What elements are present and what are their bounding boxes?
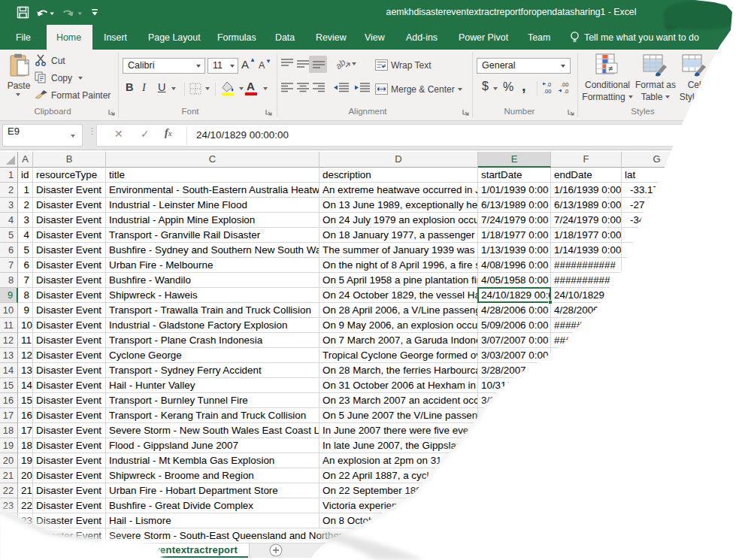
cell-A1[interactable]: id — [18, 168, 33, 183]
cell-D1[interactable]: description — [319, 168, 478, 183]
name-box-dropdown[interactable] — [71, 135, 75, 138]
cell-E4[interactable]: 7/24/1979 0:00 — [478, 213, 551, 228]
row-header-16[interactable]: 16 — [0, 393, 18, 408]
cell-G3[interactable]: -27 — [622, 198, 692, 213]
cell-F9[interactable]: 24/10/1829 00:00:00 — [551, 288, 622, 303]
shrink-font-button[interactable]: A▼ — [259, 60, 265, 71]
cell-B18[interactable]: Disaster Event — [33, 423, 106, 438]
cell-E24[interactable] — [478, 513, 551, 528]
conditional-formatting-icon[interactable]: ≠ — [595, 53, 619, 77]
column-header-A[interactable]: A — [18, 152, 33, 168]
cell-A12[interactable]: 11 — [18, 333, 33, 348]
cell-F3[interactable]: 6/13/1989 0:00 — [551, 198, 622, 213]
cell-E7[interactable]: 4/08/1996 0:00 — [478, 258, 551, 273]
cell-A3[interactable]: 2 — [18, 198, 33, 213]
cell-C4[interactable]: Industrial - Appin Mine Explosion — [106, 213, 319, 228]
currency-button[interactable]: $ — [482, 80, 489, 93]
enter-icon[interactable]: ✓ — [141, 128, 150, 140]
format-as-table-icon[interactable] — [643, 53, 668, 77]
cell-E18[interactable] — [478, 423, 551, 438]
row-header-23[interactable]: 23 — [0, 498, 18, 513]
cell-A13[interactable]: 12 — [18, 348, 33, 363]
cell-D20[interactable]: An explosion at 2pm on 31 July 1902 — [319, 453, 478, 468]
tell-me-box[interactable]: Tell me what you want to do — [584, 25, 699, 50]
percent-button[interactable]: % — [503, 80, 513, 94]
cell-D13[interactable]: Tropical Cyclone George formed over the — [319, 348, 478, 363]
row-header-20[interactable]: 20 — [0, 453, 18, 468]
undo-button[interactable] — [35, 6, 55, 20]
row-header-4[interactable]: 4 — [0, 213, 18, 228]
orientation-button[interactable]: ab — [336, 57, 351, 71]
cell-styles-button[interactable]: Cell — [673, 80, 718, 90]
cell-B6[interactable]: Disaster Event — [33, 243, 106, 258]
cell-F7[interactable]: ########### — [551, 258, 622, 273]
row-header-1[interactable]: 1 — [0, 168, 18, 183]
row-header-24[interactable]: 24 — [0, 513, 18, 528]
select-all-corner[interactable] — [0, 152, 18, 168]
merge-center-dropdown[interactable] — [458, 88, 462, 91]
cell-B3[interactable]: Disaster Event — [33, 198, 106, 213]
cell-G12[interactable] — [622, 333, 692, 348]
cell-G22[interactable] — [622, 483, 692, 498]
cell-F15[interactable] — [551, 378, 622, 393]
cell-G2[interactable]: -33.17 — [622, 183, 692, 198]
new-sheet-button[interactable] — [269, 543, 283, 557]
cell-D24[interactable]: On 8 October 2007 a severe — [319, 513, 478, 528]
cell-D21[interactable]: On 22 April 1887, a cyclone struck the — [319, 468, 478, 483]
cell-D3[interactable]: On 13 June 1989, exceptionally heavy rai… — [319, 198, 478, 213]
align-left-button[interactable] — [281, 83, 293, 93]
column-header-G[interactable]: G — [622, 152, 692, 168]
cell-F10[interactable]: 4/28/2006 0:00 — [551, 303, 622, 318]
cell-C6[interactable]: Bushfire - Sydney and Southern New South… — [106, 243, 319, 258]
decrease-indent-button[interactable] — [333, 83, 349, 93]
cell-A4[interactable]: 3 — [18, 213, 33, 228]
cell-G5[interactable] — [622, 228, 692, 243]
cell-F25[interactable] — [551, 528, 622, 543]
cell-F18[interactable] — [551, 423, 622, 438]
cell-C19[interactable]: Flood - Gippsland June 2007 — [106, 438, 319, 453]
cell-E11[interactable]: 5/09/2006 0:00 — [478, 318, 551, 333]
format-painter-icon[interactable] — [34, 89, 48, 100]
cell-F19[interactable] — [551, 438, 622, 453]
cell-A21[interactable]: 20 — [18, 468, 33, 483]
cell-C3[interactable]: Industrial - Leinster Mine Flood — [106, 198, 319, 213]
cell-B23[interactable]: Disaster Event — [33, 498, 106, 513]
font-color-dropdown[interactable] — [263, 87, 268, 90]
middle-align-button[interactable] — [297, 59, 309, 69]
cell-E21[interactable] — [478, 468, 551, 483]
borders-icon[interactable] — [189, 83, 201, 95]
cell-E20[interactable] — [478, 453, 551, 468]
cell-D5[interactable]: On 18 January 1977, a passenger train — [319, 228, 478, 243]
cell-E23[interactable] — [478, 498, 551, 513]
cell-G1[interactable]: lat — [622, 168, 692, 183]
cell-D16[interactable]: On 23 March 2007 an accident occurred — [319, 393, 478, 408]
cell-D4[interactable]: On 24 July 1979 an explosion occurred — [319, 213, 478, 228]
row-header-19[interactable]: 19 — [0, 438, 18, 453]
redo-button[interactable] — [63, 6, 83, 20]
row-header-14[interactable]: 14 — [0, 363, 18, 378]
cell-D17[interactable]: On 5 June 2007 the V/Line passenger — [319, 408, 478, 423]
increase-decimal-button[interactable]: .0 .00 — [542, 81, 556, 95]
cell-F6[interactable]: 1/14/1939 0:00 — [551, 243, 622, 258]
row-header-5[interactable]: 5 — [0, 228, 18, 243]
cell-B2[interactable]: Disaster Event — [33, 183, 106, 198]
cell-G10[interactable] — [622, 303, 692, 318]
cell-B1[interactable]: resourceType — [33, 168, 106, 183]
cell-F24[interactable] — [551, 513, 622, 528]
cell-C1[interactable]: title — [106, 168, 319, 183]
cell-E1[interactable]: startDate — [478, 168, 551, 183]
cell-F21[interactable] — [551, 468, 622, 483]
column-header-F[interactable]: F — [551, 152, 622, 168]
cell-G17[interactable] — [622, 408, 692, 423]
cell-F5[interactable]: 1/18/1977 0:00 — [551, 228, 622, 243]
cell-C15[interactable]: Hail - Hunter Valley — [106, 378, 319, 393]
row-header-10[interactable]: 10 — [0, 303, 18, 318]
cell-E16[interactable]: 3/23/2007 0:00 — [478, 393, 551, 408]
cell-B5[interactable]: Disaster Event — [33, 228, 106, 243]
cell-C2[interactable]: Environmental - South-Eastern Australia … — [106, 183, 319, 198]
cell-F4[interactable]: 7/24/1979 0:00 — [551, 213, 622, 228]
cell-D7[interactable]: On the night of 8 April 1996, a fire sta… — [319, 258, 478, 273]
cell-E12[interactable]: 3/07/2007 0:00 — [478, 333, 551, 348]
menu-tab-review[interactable]: Review — [316, 25, 347, 50]
clipboard-dialog-launcher[interactable] — [108, 109, 115, 116]
